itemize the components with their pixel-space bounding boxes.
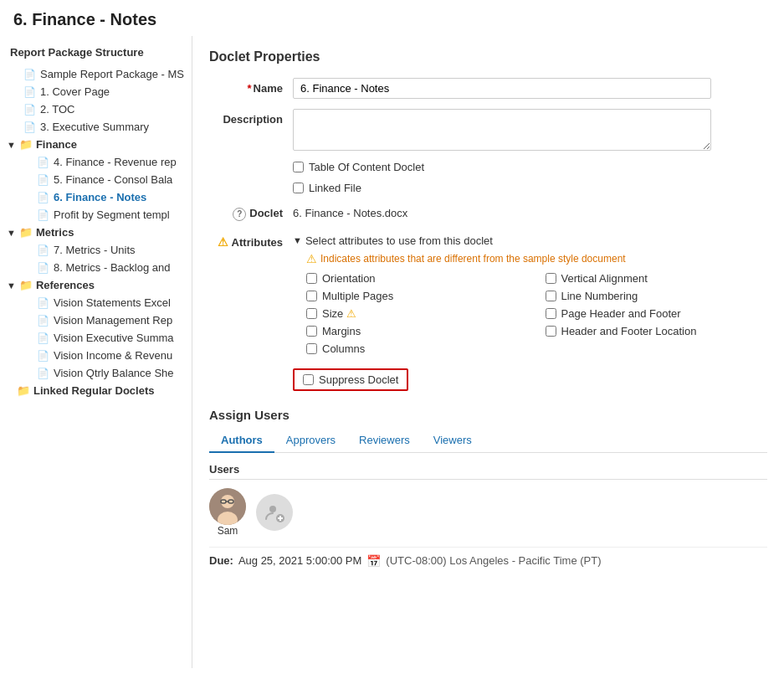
add-user-button[interactable] (256, 494, 293, 531)
size-warning-icon: ⚠ (346, 307, 356, 320)
collapse-icon: ▼ (7, 280, 16, 291)
toc-checkbox[interactable] (293, 162, 304, 172)
file-icon: 📄 (37, 174, 49, 186)
attr-page-header-footer: Page Header and Footer (546, 307, 768, 320)
description-textarea[interactable] (293, 109, 711, 151)
sidebar-item-toc[interactable]: 📄 2. TOC (0, 100, 192, 118)
file-icon: 📄 (37, 315, 49, 327)
sidebar-item-vision-exec[interactable]: 📄 Vision Executive Summa (13, 329, 192, 347)
attr-header-footer-location-checkbox[interactable] (546, 326, 556, 337)
name-row: *Name (209, 78, 767, 99)
attr-size: Size ⚠ (306, 307, 529, 320)
tab-reviewers[interactable]: Reviewers (347, 429, 422, 453)
tab-approvers[interactable]: Approvers (274, 429, 347, 453)
suppress-checkbox[interactable] (303, 374, 314, 385)
divider (209, 547, 767, 548)
warning-icon: ⚠ (218, 235, 228, 249)
file-icon: 📄 (23, 121, 36, 133)
suppress-section: Suppress Doclet (293, 368, 767, 391)
svg-point-6 (269, 506, 276, 512)
attr-columns-checkbox[interactable] (306, 343, 317, 354)
sidebar-item-metrics-backlog[interactable]: 📄 8. Metrics - Backlog and (13, 259, 192, 276)
sidebar-folder-finance[interactable]: ▼ 📁 Finance (0, 136, 192, 153)
sidebar-folder-metrics[interactable]: ▼ 📁 Metrics (0, 224, 192, 241)
sidebar-item-finance-consol[interactable]: 📄 5. Finance - Consol Bala (13, 171, 192, 188)
file-icon: 📄 (37, 368, 49, 379)
calendar-icon[interactable]: 📅 (366, 554, 381, 568)
file-icon: 📄 (37, 244, 49, 256)
tabs-row: Authors Approvers Reviewers Viewers (209, 429, 767, 453)
sidebar-item-vision-income[interactable]: 📄 Vision Income & Revenu (13, 347, 192, 364)
sidebar-item-vision-qtrly[interactable]: 📄 Vision Qtrly Balance She (13, 364, 192, 382)
attributes-label: ⚠Attributes (209, 231, 293, 249)
help-icon[interactable]: ? (233, 208, 246, 221)
file-icon: 📄 (37, 262, 49, 274)
sidebar-item-finance-rev[interactable]: 📄 4. Finance - Revenue rep (13, 153, 192, 171)
attributes-header: ▼ Select attributes to use from this doc… (293, 234, 767, 247)
suppress-label: Suppress Doclet (319, 373, 398, 386)
attr-multiple-pages: Multiple Pages (306, 290, 529, 302)
attr-columns: Columns (306, 342, 529, 355)
due-row: Due: Aug 25, 2021 5:00:00 PM 📅 (UTC-08:0… (209, 554, 767, 568)
collapse-icon: ▼ (7, 140, 16, 150)
attributes-grid: Orientation Vertical Alignment Multiple … (306, 272, 767, 355)
warning-icon: ⚠ (306, 252, 317, 265)
linked-file-row: Linked File (293, 182, 767, 194)
file-icon: 📄 (37, 209, 49, 221)
sidebar-item-linked-doclets[interactable]: ▶ 📁 Linked Regular Doclets (0, 382, 192, 399)
attributes-warning: ⚠ Indicates attributes that are differen… (306, 252, 767, 265)
attr-vertical-alignment-checkbox[interactable] (546, 273, 556, 284)
doclet-row: ?Doclet 6. Finance - Notes.docx (209, 203, 767, 221)
attr-page-header-footer-checkbox[interactable] (546, 308, 556, 319)
folder-icon: 📁 (19, 138, 33, 151)
attr-orientation-checkbox[interactable] (306, 273, 317, 284)
attr-header-footer-location: Header and Footer Location (546, 325, 768, 337)
attr-multiple-pages-checkbox[interactable] (306, 291, 317, 301)
attributes-row: ⚠Attributes ▼ Select attributes to use f… (209, 231, 767, 355)
name-label: *Name (209, 78, 293, 95)
attr-line-numbering-checkbox[interactable] (546, 291, 556, 301)
file-icon: 📄 (37, 332, 49, 344)
sidebar: Report Package Structure 📄 Sample Report… (0, 36, 192, 668)
attr-vertical-alignment: Vertical Alignment (546, 272, 768, 285)
page-title: 6. Finance - Notes (0, 0, 784, 36)
file-icon: 📄 (37, 297, 49, 309)
sidebar-item-profit[interactable]: 📄 Profit by Segment templ (13, 206, 192, 224)
doclet-label: ?Doclet (209, 203, 293, 221)
attr-margins: Margins (306, 325, 529, 337)
attr-line-numbering: Line Numbering (546, 290, 768, 302)
user-sam-col: Sam (209, 488, 246, 537)
file-icon: 📄 (37, 157, 49, 168)
sidebar-item-exec-summary[interactable]: 📄 3. Executive Summary (0, 118, 192, 136)
name-input[interactable] (293, 78, 711, 99)
sidebar-item-finance-notes[interactable]: 📄 6. Finance - Notes (13, 188, 192, 206)
folder-icon: 📁 (17, 384, 30, 397)
sidebar-item-vision-stmt[interactable]: 📄 Vision Statements Excel (13, 294, 192, 311)
sidebar-title: Report Package Structure (0, 43, 192, 65)
due-label: Due: (209, 554, 233, 567)
tab-viewers[interactable]: Viewers (422, 429, 484, 453)
sidebar-folder-references[interactable]: ▼ 📁 References (0, 276, 192, 294)
attr-orientation: Orientation (306, 272, 529, 285)
assign-users-heading: Assign Users (209, 408, 767, 422)
folder-icon: 📁 (19, 279, 33, 291)
file-icon: 📄 (23, 86, 36, 98)
sidebar-item-vision-mgmt[interactable]: 📄 Vision Management Rep (13, 311, 192, 329)
timezone-value: (UTC-08:00) Los Angeles - Pacific Time (… (386, 554, 601, 567)
sidebar-item-metrics-units[interactable]: 📄 7. Metrics - Units (13, 241, 192, 259)
suppress-box: Suppress Doclet (293, 368, 408, 391)
description-label: Description (209, 109, 293, 126)
due-date-value: Aug 25, 2021 5:00:00 PM (238, 554, 361, 567)
expand-icon: ▼ (293, 235, 302, 245)
sidebar-item-sample[interactable]: 📄 Sample Report Package - MS (0, 65, 192, 83)
attr-margins-checkbox[interactable] (306, 326, 317, 337)
sidebar-item-cover[interactable]: 📄 1. Cover Page (0, 83, 192, 100)
file-icon: 📄 (23, 69, 36, 80)
attr-size-checkbox[interactable] (306, 308, 317, 319)
main-content: Doclet Properties *Name Description Tabl… (192, 36, 784, 668)
linked-file-checkbox[interactable] (293, 183, 304, 193)
avatar-sam (209, 488, 246, 525)
file-icon: 📄 (37, 192, 49, 203)
doclet-properties-heading: Doclet Properties (209, 49, 767, 64)
tab-authors[interactable]: Authors (209, 429, 274, 453)
